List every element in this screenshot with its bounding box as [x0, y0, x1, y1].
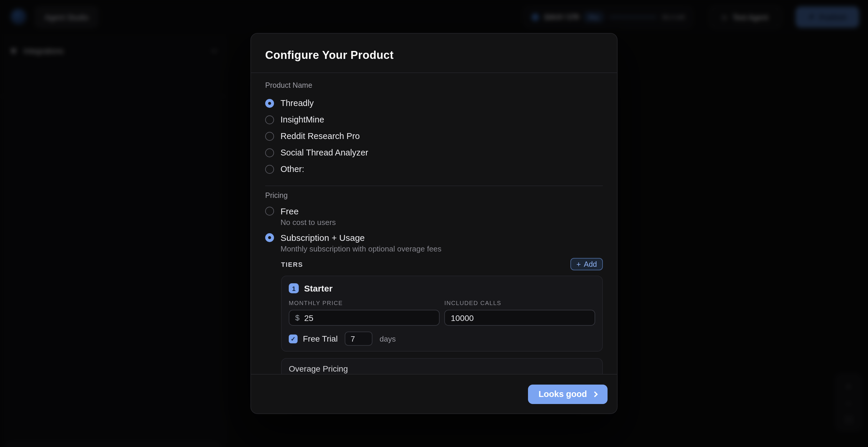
included-calls-input[interactable]: 10000: [444, 310, 595, 326]
radio-option-label: Threadly: [280, 98, 314, 108]
radio-icon[interactable]: [265, 233, 274, 242]
radio-icon[interactable]: [265, 206, 274, 215]
section-divider: [265, 186, 603, 186]
days-suffix: days: [379, 334, 396, 343]
monthly-price-label: MONTHLY PRICE: [289, 300, 440, 306]
radio-icon[interactable]: [265, 115, 274, 124]
tiers-heading: TIERS: [281, 261, 303, 268]
radio-option-label: Social Thread Analyzer: [280, 148, 368, 157]
free-trial-label: Free Trial: [303, 334, 338, 343]
product-name-label: Product Name: [265, 81, 603, 90]
chevron-right-icon: [592, 391, 598, 397]
included-calls-label: INCLUDED CALLS: [444, 300, 595, 306]
radio-icon[interactable]: [265, 148, 274, 157]
free-trial-checkbox[interactable]: ✓: [289, 334, 298, 343]
pricing-option-label: Subscription + Usage: [280, 232, 365, 242]
radio-option-social-thread-analyzer[interactable]: Social Thread Analyzer: [265, 144, 603, 161]
plus-icon: +: [576, 260, 581, 268]
check-icon: ✓: [291, 336, 296, 342]
modal-body: Product Name Threadly InsightMine Reddit…: [251, 73, 617, 374]
included-calls-value: 10000: [451, 313, 474, 322]
tiers-header: TIERS + Add: [265, 258, 603, 270]
radio-option-label: Reddit Research Pro: [280, 131, 360, 141]
configure-product-modal: Configure Your Product Product Name Thre…: [250, 33, 618, 414]
pricing-option-free[interactable]: Free No cost to users: [265, 204, 603, 227]
monthly-price-input[interactable]: $ 25: [289, 310, 440, 326]
pricing-option-label: Free: [280, 206, 299, 216]
looks-good-button[interactable]: Looks good: [528, 384, 608, 404]
trial-days-input[interactable]: 7: [345, 331, 372, 346]
overage-pricing-title: Overage Pricing: [289, 364, 595, 374]
modal-header: Configure Your Product: [251, 34, 617, 73]
radio-option-label: Other:: [280, 164, 304, 174]
radio-option-reddit-research-pro[interactable]: Reddit Research Pro: [265, 128, 603, 144]
modal-title: Configure Your Product: [265, 49, 603, 62]
monthly-price-value: 25: [304, 313, 313, 322]
add-tier-button[interactable]: + Add: [570, 258, 603, 270]
tier-name: Starter: [304, 283, 333, 293]
radio-option-label: InsightMine: [280, 115, 324, 124]
overage-pricing-card: Overage Pricing: [281, 358, 603, 374]
product-name-options: Threadly InsightMine Reddit Research Pro…: [265, 95, 603, 177]
radio-icon[interactable]: [265, 99, 274, 107]
radio-option-other[interactable]: Other:: [265, 161, 603, 177]
pricing-label: Pricing: [265, 191, 603, 200]
tier-card-starter: 1 Starter MONTHLY PRICE INCLUDED CALLS $…: [281, 276, 603, 352]
tier-index-badge: 1: [289, 283, 299, 293]
currency-symbol: $: [295, 313, 299, 322]
radio-option-threadly[interactable]: Threadly: [265, 95, 603, 111]
pricing-option-subscription-usage[interactable]: Subscription + Usage Monthly subscriptio…: [265, 231, 603, 254]
looks-good-label: Looks good: [538, 389, 587, 399]
app-window: Agent Studio 114.0 / 170 Pro 56.0 left ▷…: [0, 0, 868, 447]
add-tier-label: Add: [584, 260, 597, 268]
trial-days-value: 7: [351, 334, 355, 343]
radio-icon[interactable]: [265, 165, 274, 173]
radio-icon[interactable]: [265, 132, 274, 140]
radio-option-insightmine[interactable]: InsightMine: [265, 111, 603, 128]
pricing-option-description: Monthly subscription with optional overa…: [280, 244, 603, 254]
modal-footer: Looks good: [251, 374, 617, 413]
pricing-option-description: No cost to users: [280, 217, 603, 227]
